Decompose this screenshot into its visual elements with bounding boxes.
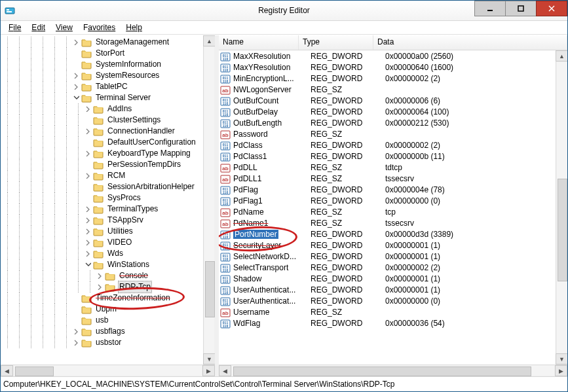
- scroll-down-button[interactable]: ▼: [556, 353, 567, 365]
- values-list[interactable]: 011110MaxXResolutionREG_DWORD0x00000a00 …: [219, 50, 556, 365]
- tree-item[interactable]: TabletPC: [2, 81, 203, 92]
- list-row[interactable]: abPdDLL1REG_SZtssecsrv: [219, 173, 556, 185]
- tree-item[interactable]: Console: [2, 270, 203, 281]
- tree-item[interactable]: TerminalTypes: [2, 204, 203, 215]
- tree-horizontal-scrollbar[interactable]: ◀ ▶: [1, 365, 215, 376]
- menu-help[interactable]: Help: [121, 22, 147, 33]
- tree-item[interactable]: TSAppSrv: [2, 215, 203, 226]
- list-row[interactable]: abPdNameREG_SZtcp: [219, 207, 556, 218]
- list-row[interactable]: 011110SelectTransportREG_DWORD0x00000002…: [219, 262, 556, 274]
- tree-item[interactable]: usbflags: [2, 326, 203, 337]
- list-row[interactable]: 011110OutBufCountREG_DWORD0x00000006 (6): [219, 96, 556, 107]
- tree-item[interactable]: RDP-Tcp: [2, 281, 203, 293]
- scroll-left-button[interactable]: ◀: [219, 365, 231, 376]
- collapse-icon[interactable]: [73, 94, 80, 101]
- scroll-up-button[interactable]: ▲: [556, 50, 567, 62]
- expand-icon[interactable]: [73, 72, 80, 79]
- value-name: PortNumber: [233, 229, 311, 240]
- list-row[interactable]: abUsernameREG_SZ: [219, 307, 556, 318]
- tree-item[interactable]: Utilities: [2, 226, 203, 237]
- expand-icon[interactable]: [85, 150, 92, 157]
- menu-file[interactable]: File: [3, 22, 26, 33]
- value-data: 0x00000000 (0): [385, 296, 556, 307]
- list-row[interactable]: 011110OutBufDelayREG_DWORD0x00000064 (10…: [219, 107, 556, 118]
- tree-item[interactable]: StorPort: [2, 48, 203, 59]
- menu-favorites[interactable]: Favorites: [78, 22, 121, 33]
- list-row[interactable]: 011110OutBufLengthREG_DWORD0x00000212 (5…: [219, 118, 556, 129]
- expand-icon[interactable]: [85, 128, 92, 135]
- tree-item[interactable]: AddIns: [2, 103, 203, 115]
- scroll-up-button[interactable]: ▲: [203, 35, 215, 46]
- collapse-icon[interactable]: [85, 261, 92, 268]
- tree-item[interactable]: WinStations: [2, 259, 203, 270]
- expand-icon[interactable]: [85, 228, 92, 235]
- tree-view[interactable]: StorageManagementStorPortSystemInformati…: [1, 35, 203, 365]
- list-row[interactable]: 011110SecurityLayerREG_DWORD0x00000001 (…: [219, 240, 556, 251]
- titlebar[interactable]: Registry Editor: [1, 1, 567, 21]
- list-row[interactable]: 011110PortNumberREG_DWORD0x00000d3d (338…: [219, 229, 556, 240]
- tree-item[interactable]: SystemInformation: [2, 59, 203, 70]
- expand-icon[interactable]: [85, 205, 92, 213]
- list-row[interactable]: 011110PdFlag1REG_DWORD0x00000000 (0): [219, 196, 556, 207]
- list-row[interactable]: 011110MaxXResolutionREG_DWORD0x00000a00 …: [219, 51, 556, 62]
- tree-item[interactable]: VIDEO: [2, 237, 203, 248]
- list-row[interactable]: 011110PdClass1REG_DWORD0x0000000b (11): [219, 151, 556, 162]
- expand-icon[interactable]: [73, 83, 80, 90]
- expand-icon[interactable]: [73, 328, 80, 335]
- expand-icon[interactable]: [96, 283, 104, 291]
- tree-item[interactable]: Terminal Server: [2, 92, 203, 103]
- column-header-name[interactable]: Name: [219, 35, 299, 50]
- list-row[interactable]: 011110PdFlagREG_DWORD0x0000004e (78): [219, 185, 556, 196]
- tree-item[interactable]: Ubpm: [2, 304, 203, 315]
- close-button[interactable]: [536, 1, 567, 16]
- tree-item[interactable]: DefaultUserConfiguration: [2, 137, 203, 148]
- list-row[interactable]: abPasswordREG_SZ: [219, 129, 556, 140]
- menu-view[interactable]: View: [50, 22, 78, 33]
- svg-text:110: 110: [223, 302, 229, 306]
- tree-item[interactable]: Wds: [2, 248, 203, 259]
- maximize-button[interactable]: [505, 1, 537, 16]
- menu-edit[interactable]: Edit: [26, 22, 50, 33]
- list-row[interactable]: 011110WdFlagREG_DWORD0x00000036 (54): [219, 318, 556, 329]
- tree-item[interactable]: PerSessionTempDirs: [2, 159, 203, 170]
- expand-icon[interactable]: [73, 339, 80, 346]
- list-row[interactable]: 011110MinEncryptionL...REG_DWORD0x000000…: [219, 73, 556, 84]
- expand-icon[interactable]: [85, 172, 92, 179]
- column-header-data[interactable]: Data: [373, 35, 567, 50]
- list-vertical-scrollbar[interactable]: ▲ ▼: [556, 50, 567, 365]
- tree-item[interactable]: ConnectionHandler: [2, 126, 203, 137]
- tree-item[interactable]: usb: [2, 315, 203, 326]
- list-row[interactable]: 011110MaxYResolutionREG_DWORD0x00000640 …: [219, 62, 556, 73]
- list-row[interactable]: 011110PdClassREG_DWORD0x00000002 (2): [219, 140, 556, 151]
- expand-icon[interactable]: [85, 239, 92, 246]
- expand-icon[interactable]: [85, 217, 92, 224]
- list-horizontal-scrollbar[interactable]: ◀ ▶: [219, 365, 567, 376]
- list-row[interactable]: abPdDLLREG_SZtdtcp: [219, 162, 556, 173]
- expand-icon[interactable]: [73, 39, 80, 46]
- tree-item[interactable]: usbstor: [2, 337, 203, 348]
- tree-item[interactable]: SysProcs: [2, 192, 203, 204]
- tree-vertical-scrollbar[interactable]: ▲ ▼: [203, 35, 215, 365]
- list-row[interactable]: abNWLogonServerREG_SZ: [219, 84, 556, 96]
- tree-item[interactable]: SystemResources: [2, 70, 203, 81]
- list-row[interactable]: abPdName1REG_SZtssecsrv: [219, 218, 556, 229]
- scroll-right-button[interactable]: ▶: [555, 365, 567, 376]
- tree-item[interactable]: RCM: [2, 170, 203, 181]
- tree-item[interactable]: StorageManagement: [2, 37, 203, 48]
- tree-item[interactable]: KeyboardType Mapping: [2, 148, 203, 159]
- list-row[interactable]: 011110UserAuthenticat...REG_DWORD0x00000…: [219, 285, 556, 296]
- expand-icon[interactable]: [85, 250, 92, 257]
- expand-icon[interactable]: [96, 272, 104, 279]
- list-row[interactable]: 011110UserAuthenticat...REG_DWORD0x00000…: [219, 296, 556, 307]
- tree-item[interactable]: SessionArbitrationHelper: [2, 181, 203, 192]
- scroll-right-button[interactable]: ▶: [202, 365, 215, 376]
- scroll-down-button[interactable]: ▼: [203, 353, 215, 365]
- scroll-left-button[interactable]: ◀: [1, 365, 13, 376]
- tree-item[interactable]: TimeZoneInformation: [2, 293, 203, 304]
- expand-icon[interactable]: [85, 105, 92, 113]
- list-row[interactable]: 011110ShadowREG_DWORD0x00000001 (1): [219, 274, 556, 285]
- minimize-button[interactable]: [474, 1, 506, 16]
- tree-item[interactable]: ClusterSettings: [2, 115, 203, 126]
- column-header-type[interactable]: Type: [299, 35, 373, 50]
- list-row[interactable]: 011110SelectNetworkD...REG_DWORD0x000000…: [219, 251, 556, 262]
